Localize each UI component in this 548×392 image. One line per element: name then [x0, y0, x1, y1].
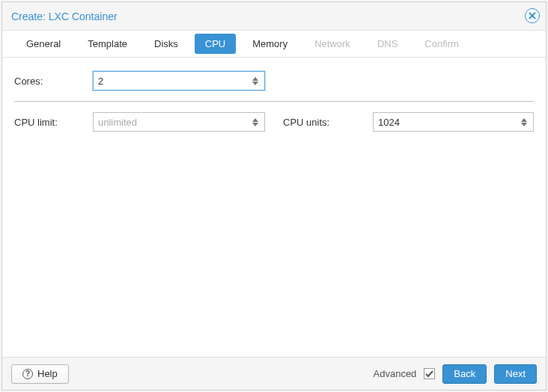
- titlebar: Create: LXC Container: [2, 2, 546, 31]
- divider: [14, 101, 534, 102]
- cores-input[interactable]: 2: [93, 71, 265, 91]
- footer: ? Help Advanced Back Next: [2, 357, 546, 390]
- cpu-limit-label: CPU limit:: [14, 117, 93, 128]
- tab-confirm: Confirm: [414, 34, 469, 54]
- row-cores: Cores: 2: [14, 68, 534, 94]
- chevron-down-icon: [521, 123, 527, 126]
- cores-label: Cores:: [14, 76, 93, 87]
- create-lxc-dialog: Create: LXC Container General Template D…: [1, 1, 547, 391]
- advanced-label: Advanced: [374, 368, 417, 379]
- chevron-down-icon: [252, 82, 258, 85]
- advanced-checkbox[interactable]: [424, 368, 435, 379]
- cpu-units-value: 1024: [378, 117, 400, 128]
- close-button[interactable]: [525, 8, 540, 23]
- chevron-down-icon: [252, 123, 258, 126]
- cpu-limit-spinner[interactable]: [252, 113, 261, 131]
- checkmark-icon: [425, 370, 433, 378]
- cpu-units-input[interactable]: 1024: [373, 112, 534, 132]
- chevron-up-icon: [252, 118, 258, 122]
- row-limits: CPU limit: unlimited CPU units: 1024: [14, 109, 534, 135]
- cpu-units-label: CPU units:: [283, 117, 373, 128]
- close-icon: [529, 12, 536, 19]
- field-cpu-limit: CPU limit: unlimited: [14, 112, 265, 132]
- chevron-up-icon: [252, 77, 258, 81]
- tab-dns: DNS: [367, 34, 408, 54]
- tab-template[interactable]: Template: [77, 34, 138, 54]
- cpu-limit-placeholder: unlimited: [98, 117, 137, 128]
- back-button[interactable]: Back: [442, 364, 487, 384]
- help-button[interactable]: ? Help: [11, 364, 69, 384]
- field-cpu-units: CPU units: 1024: [283, 112, 534, 132]
- next-button[interactable]: Next: [494, 364, 537, 384]
- field-cores: Cores: 2: [14, 71, 265, 91]
- chevron-up-icon: [521, 118, 527, 122]
- cpu-limit-input[interactable]: unlimited: [93, 112, 265, 132]
- tab-content: Cores: 2 CPU limit: unlimited: [2, 58, 546, 357]
- tab-memory[interactable]: Memory: [242, 34, 298, 54]
- dialog-title: Create: LXC Container: [11, 10, 118, 22]
- tab-cpu[interactable]: CPU: [195, 34, 236, 54]
- cores-value: 2: [98, 76, 103, 87]
- help-icon: ?: [22, 369, 33, 379]
- tab-bar: General Template Disks CPU Memory Networ…: [2, 31, 546, 58]
- tab-general[interactable]: General: [16, 34, 71, 54]
- next-label: Next: [505, 368, 526, 379]
- help-label: Help: [37, 368, 58, 379]
- cores-spinner[interactable]: [252, 72, 261, 90]
- back-label: Back: [454, 368, 475, 379]
- cpu-units-spinner[interactable]: [521, 113, 530, 131]
- tab-disks[interactable]: Disks: [144, 34, 189, 54]
- tab-network: Network: [304, 34, 361, 54]
